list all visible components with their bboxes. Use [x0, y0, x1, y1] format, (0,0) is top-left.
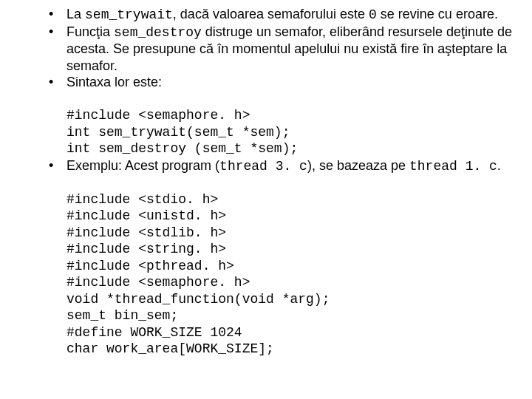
- text: Sintaxa lor este:: [66, 75, 162, 89]
- code-line: #include <stdio. h>: [66, 192, 218, 207]
- code-line: #define WORK_SIZE 1024: [66, 325, 242, 340]
- code-line: #include <stdlib. h>: [66, 225, 226, 240]
- code-inline: 0: [369, 7, 377, 22]
- code-line: #include <unistd. h>: [66, 208, 226, 223]
- code-inline: thread 3. c: [219, 159, 307, 174]
- code-inline: thread 1. c: [409, 159, 497, 174]
- text: se revine cu eroare.: [377, 7, 498, 21]
- code-line: void *thread_function(void *arg);: [66, 292, 330, 307]
- code-line: int sem_destroy (sem_t *sem);: [66, 141, 298, 156]
- code-line: char work_area[WORK_SIZE];: [66, 341, 274, 356]
- code-inline: sem_trywait: [85, 7, 173, 22]
- bullet-item-3: Sintaxa lor este: #include <semaphore. h…: [44, 74, 517, 157]
- code-line: #include <string. h>: [66, 242, 226, 256]
- text: Funcţia: [66, 24, 114, 39]
- code-block: #include <stdio. h> #include <unistd. h>…: [66, 174, 517, 358]
- bullet-list: La sem_trywait, dacă valoarea semaforulu…: [0, 6, 517, 358]
- text: , dacă valoarea semaforului este: [173, 7, 369, 21]
- document-page: La sem_trywait, dacă valoarea semaforulu…: [0, 0, 532, 364]
- text: ), se bazeaza pe: [307, 158, 409, 173]
- code-inline: sem_destroy: [114, 25, 202, 40]
- bullet-item-1: La sem_trywait, dacă valoarea semaforulu…: [44, 6, 517, 24]
- code-line: #include <semaphore. h>: [66, 275, 250, 290]
- text: Exemplu: Acest program (: [66, 158, 219, 173]
- text: La: [66, 7, 85, 21]
- code-line: #include <pthread. h>: [66, 259, 234, 273]
- code-line: int sem_trywait(sem_t *sem);: [66, 125, 290, 140]
- bullet-item-4: Exemplu: Acest program (thread 3. c), se…: [44, 157, 517, 358]
- code-block: #include <semaphore. h> int sem_trywait(…: [66, 91, 517, 157]
- code-line: #include <semaphore. h>: [66, 108, 250, 123]
- text: .: [497, 158, 501, 173]
- bullet-item-2: Funcţia sem_destroy distruge un semafor,…: [44, 24, 517, 75]
- code-line: sem_t bin_sem;: [66, 308, 178, 323]
